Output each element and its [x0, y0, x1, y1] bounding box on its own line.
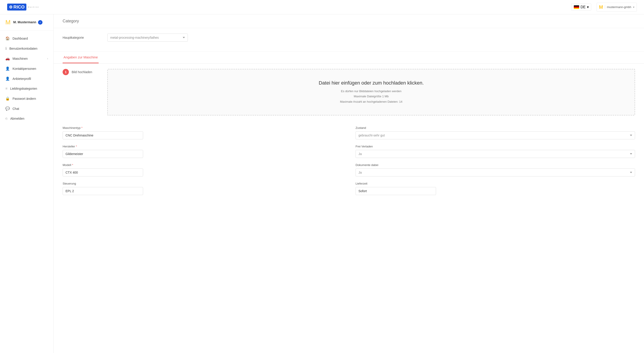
sidebar-item-chat[interactable]: 💬 Chat	[0, 104, 54, 114]
flag-de-icon	[574, 5, 579, 9]
modell-input[interactable]	[62, 168, 143, 177]
top-nav-right: DE ▾ M mustermann-gmbh ▾	[571, 3, 637, 12]
upload-sub-line1: Es dürfen nur Bilddateien hochgeladen we…	[117, 89, 626, 94]
field-zustand: Zustand gebraucht-sehr gut	[356, 126, 635, 139]
field-hersteller: Hersteller *	[62, 145, 342, 158]
upload-row: 1 Bild hochladen Datei hier einfügen ode…	[62, 69, 635, 115]
tab-label: Angaben zur Maschine	[64, 55, 98, 59]
machine-form: Maschinentyp * Zustand gebraucht-sehr gu…	[54, 121, 644, 200]
sidebar-item-left: ⎋ Abmelden	[5, 117, 24, 121]
lang-chevron-icon: ▾	[587, 5, 589, 9]
sidebar-item-kontaktpersonen[interactable]: 👤 Kontaktpersonen	[0, 64, 54, 74]
logo-area: ⚙ RICO Machine	[7, 4, 39, 11]
sidebar-label-kontaktpersonen: Kontaktpersonen	[12, 67, 36, 71]
sidebar-item-passwort[interactable]: 🔒 Passwort ändern	[0, 94, 54, 104]
user-mcdonalds-icon: M	[5, 19, 10, 26]
category-section-header: Category	[54, 14, 644, 28]
steuerung-input[interactable]	[62, 187, 143, 195]
dokumente-dabei-select[interactable]: Ja	[356, 168, 635, 177]
sidebar-item-left: 👤 Anbieterprofil	[5, 77, 31, 81]
sidebar-user: M M. Mustermann ✓	[0, 14, 54, 31]
hersteller-label: Hersteller *	[62, 145, 342, 148]
sidebar-item-left: 🏠 Dashboard	[5, 36, 28, 41]
maschinentyp-label: Maschinentyp *	[62, 126, 342, 130]
sidebar-label-passwort: Passwort ändern	[12, 97, 36, 100]
sidebar-item-abmelden[interactable]: ⎋ Abmelden	[0, 114, 54, 124]
user-company: mustermann-gmbh	[605, 5, 631, 9]
logout-icon: ⎋	[5, 117, 8, 121]
user-chevron-icon: ▾	[633, 6, 634, 9]
sidebar-item-left: ≡ Lieblingskategorien	[5, 87, 37, 91]
sidebar-item-maschinen[interactable]: 🚗 Maschinen ‹	[0, 54, 54, 64]
field-frei-verladen: Frei Verladen Ja	[356, 145, 635, 158]
hauptkategorie-label: Hauptkategorie	[62, 36, 103, 39]
sidebar-label-maschinen: Maschinen	[12, 57, 28, 60]
upload-dropzone[interactable]: Datei hier einfügen oder zum hochladen k…	[107, 69, 635, 115]
categories-icon: ≡	[5, 87, 8, 91]
sidebar-label-chat: Chat	[12, 107, 19, 111]
frei-verladen-label: Frei Verladen	[356, 145, 635, 148]
lock-icon: 🔒	[5, 96, 10, 101]
sidebar-label-lieblingskategorien: Lieblingskategorien	[10, 87, 37, 90]
sidebar-item-anbieterprofil[interactable]: 👤 Anbieterprofil	[0, 74, 54, 84]
upload-section: 1 Bild hochladen Datei hier einfügen ode…	[54, 64, 644, 121]
sidebar-item-left: 👤 Kontaktpersonen	[5, 67, 36, 71]
gear-icon: ⚙	[9, 5, 12, 10]
hauptkategorie-section: Hauptkategorie metal-processing-machiner…	[54, 28, 644, 52]
sidebar-item-dashboard[interactable]: 🏠 Dashboard	[0, 33, 54, 43]
sidebar-label-abmelden: Abmelden	[10, 117, 24, 120]
sidebar-label-dashboard: Dashboard	[12, 37, 28, 40]
field-dokumente-dabei: Dokumente dabei Ja	[356, 163, 635, 177]
category-title: Category	[62, 19, 635, 24]
tab-bar: Angaben zur Maschine	[62, 52, 635, 63]
sidebar-label-benutzerkontodaten: Benutzerkontodaten	[10, 47, 37, 50]
field-modell: Modell *	[62, 163, 342, 177]
sidebar-nav: 🏠 Dashboard ℹ Benutzerkontodaten 🚗 Masch…	[0, 31, 54, 353]
step-1-badge: 1	[62, 69, 69, 75]
verified-icon: ✓	[38, 20, 42, 25]
lieferzeit-label: Lieferzeit	[356, 182, 635, 185]
steuerung-label: Steuerung	[62, 182, 342, 185]
lieferzeit-input[interactable]	[356, 187, 436, 195]
required-star: *	[82, 126, 82, 130]
hauptkategorie-select[interactable]: metal-processing-machinery/lathes	[107, 34, 188, 42]
zustand-select[interactable]: gebraucht-sehr gut	[356, 131, 635, 139]
modell-label: Modell *	[62, 163, 342, 167]
lang-label: DE	[580, 5, 586, 9]
dokumente-dabei-label: Dokumente dabei	[356, 163, 635, 167]
field-lieferzeit: Lieferzeit	[356, 182, 635, 195]
main-content: Category Hauptkategorie metal-processing…	[54, 14, 644, 353]
sidebar-item-left: 💬 Chat	[5, 107, 19, 111]
sidebar-item-lieblingskategorien[interactable]: ≡ Lieblingskategorien	[0, 84, 54, 94]
logo-sub: Machine	[28, 6, 39, 8]
chevron-left-icon: ‹	[47, 57, 48, 60]
hersteller-input[interactable]	[62, 150, 143, 158]
two-col-grid: Maschinentyp * Zustand gebraucht-sehr gu…	[62, 126, 635, 195]
mcdonalds-icon: M	[599, 4, 603, 10]
logo-name: RICO	[14, 5, 24, 10]
contacts-icon: 👤	[5, 67, 10, 71]
logo-box: ⚙ RICO	[7, 4, 26, 11]
top-navigation: ⚙ RICO Machine DE ▾ M mustermann-gmbh ▾	[0, 0, 644, 14]
upload-label-col: 1 Bild hochladen	[62, 69, 103, 75]
machine-tab-section: Angaben zur Maschine	[54, 52, 644, 64]
sidebar-item-left: 🚗 Maschinen	[5, 56, 28, 61]
maschinen-icon: 🚗	[5, 56, 10, 61]
tab-angaben-maschine[interactable]: Angaben zur Maschine	[62, 52, 98, 63]
user-menu[interactable]: M mustermann-gmbh ▾	[596, 3, 637, 12]
app-body: M M. Mustermann ✓ 🏠 Dashboard ℹ Benutzer…	[0, 14, 644, 353]
upload-sub-line3: Maximale Anzahl an hochgeladenen Dateien…	[340, 99, 402, 104]
frei-verladen-select[interactable]: Ja	[356, 150, 635, 158]
language-selector[interactable]: DE ▾	[571, 3, 591, 11]
required-star: *	[76, 145, 77, 148]
upload-sub-text: Es dürfen nur Bilddateien hochgeladen we…	[117, 89, 626, 104]
info-icon: ℹ	[5, 46, 7, 51]
field-steuerung: Steuerung	[62, 182, 342, 195]
maschinentyp-input[interactable]	[62, 131, 143, 139]
upload-main-text: Datei hier einfügen oder zum hochladen k…	[117, 80, 626, 86]
sidebar-item-benutzerkontodaten[interactable]: ℹ Benutzerkontodaten	[0, 43, 54, 54]
sidebar-item-left: 🔒 Passwort ändern	[5, 96, 36, 101]
logo[interactable]: ⚙ RICO Machine	[7, 4, 39, 11]
sidebar-user-info: M. Mustermann ✓	[13, 20, 42, 25]
sidebar-item-left: ℹ Benutzerkontodaten	[5, 46, 37, 51]
